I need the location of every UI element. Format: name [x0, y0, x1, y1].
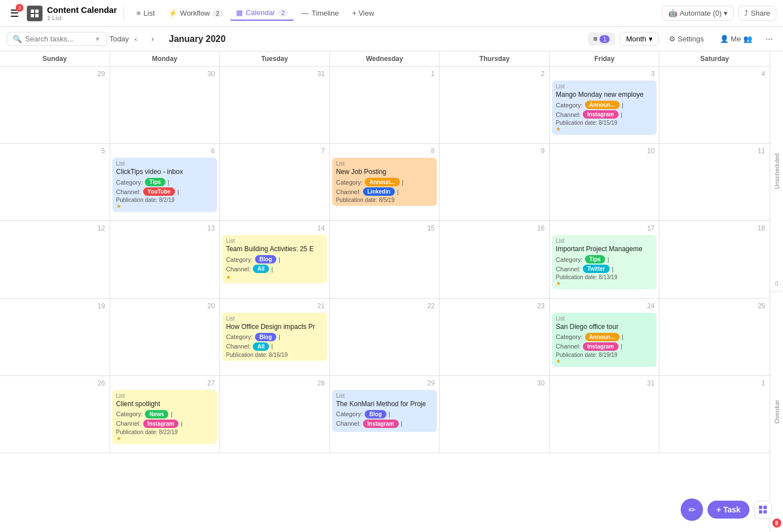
cal-cell-r2-c0[interactable]: 12	[0, 221, 110, 298]
channel-tag[interactable]: Instagram	[583, 342, 619, 351]
channel-row: Channel:All|	[226, 265, 323, 273]
cal-cell-r2-c6[interactable]: 18	[659, 221, 770, 298]
cal-cell-r2-c3[interactable]: 15	[330, 221, 440, 298]
cal-cell-r1-c6[interactable]: 11	[659, 144, 770, 221]
event-card-0[interactable]: ListMango Monday new employeCategory:Ann…	[552, 81, 657, 135]
event-card-0[interactable]: ListSan Diego office tourCategory:Announ…	[552, 313, 657, 367]
cal-cell-r3-c4[interactable]: 23	[440, 299, 550, 376]
cal-cell-r2-c2[interactable]: 14ListTeam Building Activities: 25 ECate…	[220, 221, 330, 298]
channel-tag[interactable]: Instagram	[583, 110, 619, 119]
channel-tag[interactable]: All	[253, 342, 269, 351]
event-card-0[interactable]: ListImportant Project ManagemeCategory:T…	[552, 235, 657, 289]
tab-calendar[interactable]: ▦ Calendar 2	[230, 6, 294, 21]
automate-button[interactable]: 🤖 Automate (0) ▾	[662, 6, 734, 21]
tab-list[interactable]: ≡ List	[131, 6, 161, 20]
event-title: Mango Monday new employe	[556, 91, 653, 98]
cal-cell-r2-c1[interactable]: 13	[110, 221, 220, 298]
event-card-0[interactable]: ListClickTips video - inboxCategory:Tips…	[112, 158, 218, 212]
cal-cell-r3-c1[interactable]: 20	[110, 299, 220, 376]
category-tag[interactable]: Blog	[255, 333, 276, 341]
star-icon: ★	[556, 280, 653, 286]
event-title: Client spotlight	[116, 400, 214, 408]
settings-button[interactable]: ⚙ Settings	[663, 32, 710, 45]
event-card-0[interactable]: ListThe KonMari Method for ProjeCategory…	[332, 390, 437, 432]
search-input[interactable]	[25, 35, 92, 43]
event-card-0[interactable]: ListTeam Building Activities: 25 ECatego…	[222, 235, 327, 283]
share-button[interactable]: ⤴ Share	[738, 6, 776, 21]
channel-tag[interactable]: All	[253, 265, 269, 273]
tab-workflow[interactable]: ⚡ Workflow 2	[163, 6, 228, 20]
category-tag[interactable]: Announ...	[585, 333, 620, 341]
tab-timeline[interactable]: — Timeline	[296, 6, 345, 20]
channel-tag[interactable]: YouTube	[143, 187, 175, 196]
tab-add-view[interactable]: + View	[347, 6, 380, 20]
cal-cell-r4-c2[interactable]: 28	[220, 376, 330, 453]
cal-cell-r1-c5[interactable]: 10	[550, 144, 660, 221]
cal-cell-r4-c6[interactable]: 1	[659, 376, 770, 453]
channel-tag[interactable]: Instagram	[363, 420, 399, 428]
side-panels: Unscheduled 0 Overdue 8	[770, 51, 783, 532]
channel-label: Channel:	[226, 266, 251, 272]
cal-cell-r1-c4[interactable]: 9	[440, 144, 550, 221]
cal-cell-r1-c1[interactable]: 6ListClickTips video - inboxCategory:Tip…	[110, 144, 220, 221]
cal-cell-r0-c2[interactable]: 31	[220, 67, 330, 144]
cal-cell-r3-c6[interactable]: 25	[659, 299, 770, 376]
day-number: 20	[112, 301, 218, 311]
category-tag[interactable]: Blog	[255, 255, 276, 263]
event-card-0[interactable]: ListNew Job PostingCategory:Announ...|Ch…	[332, 158, 437, 206]
header-wednesday: Wednesday	[330, 51, 440, 67]
search-box[interactable]: 🔍 ▾	[7, 32, 107, 46]
channel-tag[interactable]: Twitter	[583, 265, 610, 273]
next-button[interactable]: ›	[145, 32, 160, 46]
cal-cell-r4-c4[interactable]: 30	[440, 376, 550, 453]
event-title: The KonMari Method for Proje	[336, 400, 433, 408]
fab-task-button[interactable]: + Task	[707, 501, 749, 519]
filter-button[interactable]: ≡ 1	[588, 32, 616, 45]
channel-tag[interactable]: Linkedin	[363, 187, 395, 196]
today-button[interactable]: Today	[112, 32, 126, 46]
cal-cell-r1-c3[interactable]: 8ListNew Job PostingCategory:Announ...|C…	[330, 144, 440, 221]
unscheduled-panel[interactable]: Unscheduled 0	[770, 51, 783, 292]
category-tag[interactable]: Announ...	[585, 101, 620, 109]
cal-cell-r0-c5[interactable]: 3ListMango Monday new employeCategory:An…	[550, 67, 660, 144]
cal-cell-r4-c1[interactable]: 27ListClient spotlightCategory:News|Chan…	[110, 376, 220, 453]
prev-button[interactable]: ‹	[129, 32, 143, 46]
category-label: Category:	[556, 102, 583, 109]
cal-cell-r3-c5[interactable]: 24ListSan Diego office tourCategory:Anno…	[550, 299, 660, 376]
cal-cell-r2-c5[interactable]: 17ListImportant Project ManagemeCategory…	[550, 221, 660, 298]
event-card-0[interactable]: ListHow Office Design impacts PrCategory…	[222, 313, 327, 361]
list-icon: ≡	[136, 9, 141, 17]
category-tag[interactable]: News	[145, 410, 168, 418]
cal-cell-r0-c3[interactable]: 1	[330, 67, 440, 144]
cal-cell-r2-c4[interactable]: 16	[440, 221, 550, 298]
cal-cell-r3-c3[interactable]: 22	[330, 299, 440, 376]
channel-tag[interactable]: Instagram	[143, 420, 179, 428]
event-card-0[interactable]: ListClient spotlightCategory:News|Channe…	[112, 390, 218, 444]
day-headers: Sunday Monday Tuesday Wednesday Thursday…	[0, 51, 770, 67]
category-label: Category:	[336, 411, 363, 417]
cal-cell-r4-c0[interactable]: 26	[0, 376, 110, 453]
category-tag[interactable]: Tips	[585, 255, 605, 263]
cal-cell-r0-c6[interactable]: 4	[659, 67, 770, 144]
cal-cell-r4-c5[interactable]: 31	[550, 376, 660, 453]
fab-edit-button[interactable]: ✏	[681, 498, 703, 521]
cal-cell-r3-c2[interactable]: 21ListHow Office Design impacts PrCatego…	[220, 299, 330, 376]
cal-cell-r3-c0[interactable]: 19	[0, 299, 110, 376]
cal-cell-r0-c0[interactable]: 29	[0, 67, 110, 144]
cal-cell-r0-c1[interactable]: 30	[110, 67, 220, 144]
more-button[interactable]: ···	[762, 32, 776, 46]
cal-cell-r0-c4[interactable]: 2	[440, 67, 550, 144]
cal-cell-r4-c3[interactable]: 29ListThe KonMari Method for ProjeCatego…	[330, 376, 440, 453]
me-button[interactable]: 👤 Me 👥	[714, 32, 758, 45]
month-selector[interactable]: Month ▾	[620, 32, 658, 46]
menu-button[interactable]: ☰ 3	[7, 6, 22, 21]
search-chevron[interactable]: ▾	[96, 35, 100, 43]
category-tag[interactable]: Announ...	[365, 178, 399, 186]
star-icon: ★	[556, 358, 653, 364]
category-tag[interactable]: Blog	[365, 410, 386, 418]
category-tag[interactable]: Tips	[145, 178, 165, 186]
overdue-panel[interactable]: Overdue 8	[770, 292, 783, 532]
cal-cell-r1-c0[interactable]: 5	[0, 144, 110, 221]
cal-cell-r1-c2[interactable]: 7	[220, 144, 330, 221]
fab-grid-button[interactable]	[754, 501, 772, 519]
